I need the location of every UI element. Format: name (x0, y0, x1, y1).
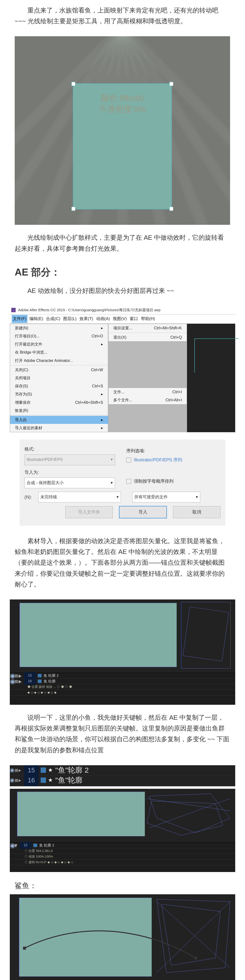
menubar-item[interactable]: 合成(C) (45, 315, 61, 323)
menu-item[interactable]: 多个文件...Ctrl+Alt+I (108, 396, 187, 404)
shark-motion-path (10, 894, 235, 980)
sequence-checkbox-label: Illustrator/PDF/EPS 序列 (134, 457, 182, 462)
color-label: 颜色:9fbcb0 (15, 92, 230, 103)
filename-input[interactable]: 未完待续▾ (38, 492, 121, 503)
menu-item[interactable]: 打开项目(O)...Ctrl+O (10, 332, 108, 340)
import-as-select[interactable]: 合成 - 保持图层大小▾ (24, 477, 115, 488)
menu-item[interactable]: 新建(N) ▸ (10, 324, 108, 332)
svg-rect-1 (194, 956, 197, 959)
ae-window: Adobe After Effects CC 2015 - C:\Users\g… (10, 306, 235, 432)
menubar-item[interactable]: 效果(T) (79, 315, 94, 323)
menu-item[interactable]: 打开最近的文件 ▸ (10, 340, 108, 348)
sequence-checkbox[interactable] (126, 458, 131, 463)
filename-label: (N): (24, 493, 34, 501)
menubar-item[interactable]: 图层(L) (62, 315, 78, 323)
opacity-label: 不透明度:9% (15, 103, 230, 115)
heading-ae-section: AE 部分： (15, 264, 230, 280)
ae-layers-strip: ◉■▸ 15 ★ "鱼"轮廓 2 ◉■▸ 16 ★ "鱼"轮廓 (10, 765, 235, 786)
chevron-down-icon: ▾ (111, 479, 113, 487)
menu-item[interactable]: 导入(I) ▸ (10, 416, 108, 424)
paragraph-fish-note: 说明一下，这里的小鱼，我先做好关键帧，然后在 AE 中复制了一层，再根据实际效果… (15, 712, 230, 756)
layer-name-16[interactable]: "鱼"轮廓 (55, 774, 83, 786)
format-select[interactable]: Illustrator/PDF/EPS▾ (24, 455, 115, 465)
file-filter-select[interactable]: 所有可接受的文件▾ (132, 492, 200, 503)
figure-light-rays: 颜色:9fbcb0 不透明度:9% (15, 36, 230, 225)
menubar-item[interactable]: 窗口 (129, 315, 139, 323)
motion-paths (10, 789, 235, 840)
ae-title-text: Adobe After Effects CC 2015 - C:\Users\g… (18, 307, 161, 313)
ae-app-icon (11, 308, 16, 312)
menu-item[interactable]: 打开 Adobe Character Animator... (10, 356, 108, 364)
force-alpha-checkbox[interactable] (126, 479, 131, 484)
menu-item[interactable]: 另存为(S) ▸ (10, 390, 108, 398)
ae-screenshot-shark (10, 894, 235, 980)
import-folder-button[interactable]: 导入文件夹 (65, 506, 113, 518)
cancel-button[interactable]: 取消 (173, 506, 221, 518)
ae-menubar[interactable]: 文件(F)编辑(E)合成(C)图层(L)效果(T)动画(A)视图(V)窗口帮助(… (10, 314, 235, 324)
menu-item[interactable]: 恢复(R) (10, 407, 108, 415)
menu-item[interactable]: 文件...Ctrl+I (108, 388, 187, 396)
menu-item[interactable]: 关闭项目 (10, 374, 108, 382)
heading-shark: 鲨鱼： (15, 879, 230, 892)
menu-item[interactable]: 项目设置...Ctrl+Alt+Shift+K (108, 324, 187, 332)
layer-index-16: 16 (24, 774, 39, 786)
menubar-item[interactable]: 文件(F) (12, 315, 27, 323)
ae-dark-panel (187, 324, 235, 432)
file-menu-right-top[interactable]: 项目设置...Ctrl+Alt+Shift+K退出(X)Ctrl+Q (108, 324, 187, 342)
menubar-item[interactable]: 编辑(E) (29, 315, 44, 323)
sequence-options-label: 序列选项: (126, 447, 182, 455)
menubar-item[interactable]: 动画(A) (95, 315, 111, 323)
import-button[interactable]: 导入 (119, 506, 167, 519)
paragraph-ae-intro: AE 动效绘制，没分好图层的快去分好图层再过来 ~~ (15, 285, 230, 296)
menubar-item[interactable]: 帮助(H) (140, 315, 156, 323)
menu-item[interactable]: 导入最近的素材 ▸ (10, 424, 108, 432)
import-dialog: 格式: Illustrator/PDF/EPS▾ 序列选项: Illustrat… (19, 439, 226, 526)
import-submenu[interactable]: 文件...Ctrl+I多个文件...Ctrl+Alt+I (108, 388, 187, 404)
menubar-item[interactable]: 视图(V) (112, 315, 128, 323)
paragraph-intro: 重点来了，水族馆看鱼，上面映射下来肯定有光吧，还有光的转动吧 ~~~ 光线绘制主… (15, 5, 230, 27)
menu-item[interactable]: 在 Bridge 中浏览... (10, 348, 108, 356)
paragraph-import-note: 素材导入，根据要做的动效决定是否将图层矢量化。这里我是将鲨鱼，鲸鱼和老奶奶图层矢… (15, 536, 230, 590)
ae-screenshot-fish-paths: ◉▾15鱼 轮廓 2 ◇ 位置 354.2,361.8 ◇ 缩放 100%,10… (10, 789, 235, 872)
menu-item[interactable]: 增量保存Ctrl+Alt+Shift+S (10, 398, 108, 407)
chevron-down-icon: ▾ (196, 494, 198, 501)
chevron-down-icon: ▾ (111, 456, 113, 463)
force-alpha-label: 强制按字母顺序排列 (134, 479, 173, 484)
paragraph-lightstyle: 光线绘制成中心扩散样式，主要是为了在 AE 中做动效时，它的旋转看起来好看，具体… (15, 232, 230, 254)
file-menu-dropdown[interactable]: 新建(N) ▸打开项目(O)...Ctrl+O打开最近的文件 ▸在 Bridge… (10, 324, 108, 432)
ae-titlebar: Adobe After Effects CC 2015 - C:\Users\g… (10, 306, 235, 314)
chevron-down-icon: ▾ (116, 494, 119, 501)
svg-rect-0 (23, 947, 26, 950)
format-label: 格式: (24, 445, 115, 453)
import-as-label: 导入为: (24, 469, 115, 476)
menu-item[interactable]: 退出(X)Ctrl+Q (108, 333, 187, 341)
menu-item[interactable]: 关闭(C)Ctrl+W (10, 366, 108, 374)
menu-item[interactable]: 保存(S)Ctrl+S (10, 382, 108, 390)
ae-screenshot-fish: ◉■▸15鱼 轮廓 2 ◉■▸16鱼 轮廓 ◆ 位置 旋转 缩放 ... ◇ ◆… (10, 600, 235, 705)
